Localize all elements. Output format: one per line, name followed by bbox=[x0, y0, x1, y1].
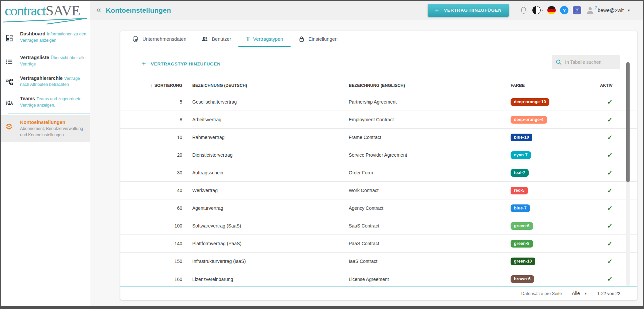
color-badge: cyan-7 bbox=[511, 151, 531, 159]
table-scrollbar-thumb[interactable] bbox=[626, 62, 630, 182]
check-icon: ✓ bbox=[607, 169, 613, 176]
user-avatar[interactable]: ? bbox=[585, 6, 595, 15]
column-header-bezeichnung-englisch[interactable]: BEZEICHNUNG (ENGLISCH) bbox=[349, 83, 511, 88]
search-input[interactable] bbox=[565, 59, 617, 65]
table-row[interactable]: 60 Agenturvertrag Agency Contract blue-7… bbox=[120, 199, 637, 217]
color-badge: red-5 bbox=[511, 187, 528, 194]
cell-bezeichnung-englisch: PaaS Contract bbox=[349, 241, 511, 246]
cell-bezeichnung-deutsch: Infrastrukturvertrag (IaaS) bbox=[182, 259, 349, 264]
hierarchy-icon bbox=[5, 75, 17, 88]
user-menu-caret-icon[interactable]: ▼ bbox=[627, 8, 631, 12]
sidebar-item-title: Vertragsliste bbox=[20, 55, 49, 60]
tab-unternehmensdaten[interactable]: Unternehmensdaten bbox=[124, 31, 194, 47]
tab-einstellungen[interactable]: Einstellungen bbox=[291, 31, 345, 47]
cell-aktiv: ✓ bbox=[593, 222, 613, 230]
add-contract-button[interactable]: + VERTRAG HINZUFÜGEN bbox=[428, 4, 509, 17]
rows-per-page-select[interactable]: Alle ▼ bbox=[572, 291, 587, 296]
cell-farbe: green-6 bbox=[511, 222, 593, 230]
sidebar-item-teams[interactable]: Teams Teams und zugeordnete Verträge anz… bbox=[1, 92, 90, 112]
notifications-bell-icon[interactable] bbox=[519, 6, 528, 15]
tab-label: Benutzer bbox=[212, 36, 231, 42]
logo-swoosh bbox=[3, 17, 88, 25]
check-icon: ✓ bbox=[607, 222, 613, 229]
sidebar-item-kontoeinstellungen[interactable]: ⚙ Kontoeinstellungen Abonnement, Benutze… bbox=[1, 115, 90, 142]
cell-bezeichnung-deutsch: Gesellschaftervertrag bbox=[182, 99, 349, 105]
table-row[interactable]: 40 Werkvertrag Work Contract red-5 ✓ bbox=[120, 182, 637, 199]
cell-aktiv: ✓ bbox=[593, 151, 613, 159]
cell-aktiv: ✓ bbox=[593, 240, 613, 248]
table-row[interactable]: 20 Dienstleistervertrag Service Provider… bbox=[120, 146, 637, 164]
sort-ascending-icon: ↑ bbox=[150, 83, 152, 88]
cell-sortierung: 8 bbox=[140, 117, 182, 122]
sidebar-item-dashboard[interactable]: Dashboard Informationen zu den Verträgen… bbox=[1, 27, 90, 47]
table-row[interactable]: 5 Gesellschaftervertrag Partnership Agre… bbox=[120, 93, 637, 111]
table-row[interactable]: 8 Arbeitsvertrag Employment Contract dee… bbox=[120, 111, 637, 129]
help-icon[interactable]: ? bbox=[560, 6, 568, 14]
sidebar-divider bbox=[8, 114, 90, 114]
page-title: Kontoeinstellungen bbox=[106, 6, 171, 14]
current-user-label: bewe@2wit bbox=[598, 7, 624, 13]
table-header-row: ↑ SORTIERUNG BEZEICHNUNG (DEUTSCH) BEZEI… bbox=[120, 78, 637, 93]
table-scrollbar-track[interactable] bbox=[626, 62, 630, 286]
pagination-range-label: 1-22 von 22 bbox=[597, 291, 620, 296]
column-header-sortierung[interactable]: ↑ SORTIERUNG bbox=[140, 83, 182, 88]
collapse-sidebar-icon[interactable]: « bbox=[96, 5, 101, 15]
cell-bezeichnung-englisch: Service Provider Agreement bbox=[349, 152, 511, 158]
gear-icon: ⚙ bbox=[5, 119, 17, 138]
column-header-aktiv[interactable]: AKTIV bbox=[593, 83, 613, 88]
letter-t-icon: T bbox=[246, 35, 250, 43]
sidebar-divider bbox=[8, 49, 90, 49]
table-row[interactable]: 150 Infrastrukturvertrag (IaaS) IaaS Con… bbox=[120, 253, 637, 270]
check-icon: ✓ bbox=[607, 116, 613, 123]
table-toolbar: + VERTRAGSTYP HINZUFÜGEN bbox=[120, 47, 637, 78]
cell-farbe: deep-orange-4 bbox=[511, 116, 593, 124]
cell-sortierung: 40 bbox=[140, 188, 182, 193]
color-badge: blue-10 bbox=[511, 134, 532, 141]
sidebar-item-vertragshierarchie[interactable]: Vertragshierarchie Verträge nach Attribu… bbox=[1, 71, 90, 92]
rows-per-page-label: Datensätze pro Seite bbox=[521, 291, 562, 296]
cell-sortierung: 20 bbox=[140, 152, 182, 158]
cell-bezeichnung-deutsch: Auftragsschein bbox=[182, 170, 349, 175]
table-row[interactable]: 100 Softwarevertrag (SaaS) SaaS Contract… bbox=[120, 217, 637, 235]
table-row[interactable]: 30 Auftragsschein Order Form teal-7 ✓ bbox=[120, 164, 637, 182]
check-icon: ✓ bbox=[607, 276, 613, 283]
sidebar-item-vertragsliste[interactable]: Vertragsliste Übersicht über alle Verträ… bbox=[1, 50, 90, 71]
column-header-bezeichnung-deutsch[interactable]: BEZEICHNUNG (DEUTSCH) bbox=[182, 83, 349, 88]
color-badge: deep-orange-10 bbox=[511, 98, 549, 106]
color-badge: green-6 bbox=[511, 222, 533, 230]
table-row[interactable]: 140 Plattformvertrag (PaaS) PaaS Contrac… bbox=[120, 235, 637, 253]
cell-sortierung: 60 bbox=[140, 205, 182, 211]
add-contract-type-button[interactable]: + VERTRAGSTYP HINZUFÜGEN bbox=[142, 60, 221, 68]
table-row[interactable]: 10 Rahmenvertrag Frame Contract blue-10 … bbox=[120, 129, 637, 146]
tab-vertragstypen[interactable]: T Vertragstypen bbox=[238, 31, 290, 47]
table-pagination: Datensätze pro Seite Alle ▼ 1-22 von 22 bbox=[120, 287, 637, 300]
cell-bezeichnung-englisch: Employment Contract bbox=[349, 117, 511, 122]
cell-aktiv: ✓ bbox=[593, 134, 613, 141]
language-flag-icon[interactable] bbox=[547, 6, 556, 14]
shortcut-help-icon[interactable]: ? bbox=[573, 6, 581, 14]
tab-benutzer[interactable]: Benutzer bbox=[194, 31, 238, 47]
dashboard-icon bbox=[5, 31, 17, 43]
cell-bezeichnung-englisch: Order Form bbox=[349, 170, 511, 175]
lock-icon bbox=[298, 35, 305, 43]
cell-farbe: brown-6 bbox=[511, 275, 593, 283]
list-icon bbox=[5, 54, 17, 67]
column-header-farbe[interactable]: FARBE bbox=[511, 83, 593, 88]
users-icon bbox=[201, 35, 208, 43]
cell-sortierung: 140 bbox=[140, 241, 182, 246]
teams-icon bbox=[5, 96, 17, 108]
table-row[interactable]: 160 Lizenzvereinbarung License Agreement… bbox=[120, 270, 637, 287]
theme-caret-icon: ▾ bbox=[541, 8, 543, 12]
check-icon: ✓ bbox=[607, 134, 613, 141]
cell-aktiv: ✓ bbox=[593, 169, 613, 177]
cell-bezeichnung-deutsch: Arbeitsvertrag bbox=[182, 117, 349, 122]
cell-bezeichnung-englisch: License Agreement bbox=[349, 277, 511, 282]
color-badge: brown-6 bbox=[511, 275, 534, 283]
logo-text-secondary: SAVE bbox=[45, 3, 80, 18]
cell-bezeichnung-englisch: SaaS Contract bbox=[349, 223, 511, 228]
color-badge: green-8 bbox=[511, 240, 533, 248]
check-icon: ✓ bbox=[607, 187, 613, 194]
cell-bezeichnung-englisch: Partnership Agreement bbox=[349, 99, 511, 105]
cell-sortierung: 150 bbox=[140, 259, 182, 264]
theme-toggle-icon[interactable]: ▾ bbox=[532, 6, 543, 14]
